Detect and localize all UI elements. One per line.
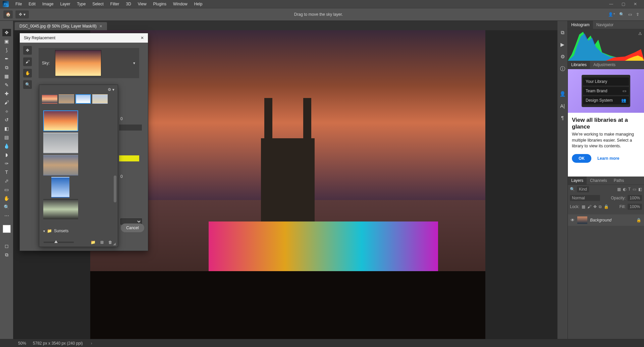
- menu-edit[interactable]: Edit: [26, 2, 38, 6]
- dialog-close-button[interactable]: ✕: [141, 36, 144, 40]
- dlg-tool-move[interactable]: ✥: [23, 46, 32, 55]
- blend-mode-select[interactable]: Normal: [570, 195, 600, 201]
- window-maximize-button[interactable]: ▢: [619, 2, 628, 6]
- libraries-learn-link[interactable]: Learn more: [597, 154, 619, 163]
- quickmask-button[interactable]: ◻: [2, 242, 11, 250]
- preset-thumb-recent[interactable]: [42, 94, 57, 104]
- dlg-tool-brush[interactable]: 🖌: [23, 57, 32, 66]
- tool-preset-picker[interactable]: ✥ ▾: [15, 10, 29, 18]
- workspace-icon[interactable]: ▭: [628, 12, 632, 17]
- lock-all-icon[interactable]: 🔒: [604, 204, 609, 209]
- document-tab-close[interactable]: ✕: [99, 24, 102, 29]
- tool-stamp[interactable]: ⟐: [2, 107, 11, 115]
- document-tab[interactable]: DSC_0045.jpg @ 50% (Sky, Layer Mask/8) ✕: [15, 22, 107, 30]
- menu-window[interactable]: Window: [170, 2, 190, 6]
- tool-type[interactable]: T: [2, 168, 11, 176]
- tool-move[interactable]: ✥: [2, 29, 11, 36]
- tool-dodge[interactable]: ◗: [2, 151, 11, 158]
- search-icon[interactable]: 🔍: [619, 12, 624, 17]
- tool-quickselect[interactable]: ✒: [2, 55, 11, 62]
- opacity-input[interactable]: 100%: [628, 195, 642, 201]
- layer-visibility-toggle[interactable]: 👁: [571, 218, 575, 222]
- histogram-warning-icon[interactable]: ⚠: [638, 31, 642, 36]
- filter-adj-icon[interactable]: ◐: [623, 187, 626, 192]
- tool-blur[interactable]: 💧: [2, 142, 11, 150]
- filter-shape-icon[interactable]: ▭: [633, 187, 636, 192]
- fill-input[interactable]: 100%: [628, 204, 642, 210]
- tool-zoom[interactable]: 🔍: [2, 203, 11, 211]
- dialog-cancel-button[interactable]: Cancel: [121, 224, 144, 232]
- menu-plugins[interactable]: Plugins: [151, 2, 169, 6]
- menu-help[interactable]: Help: [192, 2, 205, 6]
- flyout-resize-grip[interactable]: [113, 243, 116, 245]
- tool-history-brush[interactable]: ↺: [2, 116, 11, 123]
- lock-nest-icon[interactable]: ⧉: [599, 204, 602, 209]
- flyout-scrollbar[interactable]: [114, 108, 116, 225]
- flyout-new-icon[interactable]: ⊞: [100, 240, 104, 245]
- flyout-import-icon[interactable]: 📁: [91, 240, 96, 245]
- filter-type-icon[interactable]: T: [628, 187, 631, 192]
- preset-thumb-recent[interactable]: [75, 94, 91, 104]
- dialog-zoom-slider[interactable]: [44, 242, 74, 243]
- tab-adjustments[interactable]: Adjustments: [590, 61, 619, 69]
- tool-eyedropper[interactable]: ✎: [2, 81, 11, 89]
- tool-frame[interactable]: ▦: [2, 72, 11, 80]
- menu-layer[interactable]: Layer: [57, 2, 73, 6]
- lock-pos-icon[interactable]: ✥: [593, 204, 597, 209]
- flyout-gear-icon[interactable]: ⚙ ▾: [108, 87, 114, 92]
- menu-filter[interactable]: Filter: [108, 2, 122, 6]
- panel-icon-paragraph[interactable]: ¶: [561, 115, 564, 120]
- tool-gradient[interactable]: ▤: [2, 134, 11, 141]
- panel-icon-character[interactable]: 👤: [559, 91, 566, 97]
- status-chevron-icon[interactable]: ›: [91, 341, 92, 346]
- window-minimize-button[interactable]: —: [606, 2, 616, 6]
- filter-smart-icon[interactable]: ◧: [638, 187, 642, 192]
- preset-thumb[interactable]: [43, 155, 78, 176]
- preset-thumb[interactable]: [43, 133, 78, 153]
- tool-eraser[interactable]: ◧: [2, 125, 11, 132]
- panel-icon-sliders[interactable]: ⚙: [560, 54, 565, 60]
- tab-libraries[interactable]: Libraries: [568, 61, 590, 69]
- color-swatches[interactable]: [3, 225, 11, 233]
- preset-list[interactable]: [43, 109, 106, 225]
- zoom-level[interactable]: 50%: [18, 341, 26, 346]
- screenmode-button[interactable]: ⧉: [2, 251, 11, 258]
- tool-path[interactable]: ⬀: [2, 177, 11, 185]
- menu-select[interactable]: Select: [90, 2, 106, 6]
- panel-icon-properties[interactable]: ⧉: [561, 30, 565, 36]
- menu-3d[interactable]: 3D: [123, 2, 133, 6]
- share-icon[interactable]: ⇪: [636, 12, 639, 17]
- menu-image[interactable]: Image: [40, 2, 56, 6]
- tool-hand[interactable]: ✋: [2, 195, 11, 202]
- tab-paths[interactable]: Paths: [610, 177, 628, 185]
- tool-crop[interactable]: ⧉: [2, 64, 11, 71]
- dialog-titlebar[interactable]: Sky Replacement ✕: [20, 33, 148, 43]
- preset-thumb[interactable]: [51, 177, 69, 198]
- tool-heal[interactable]: ✚: [2, 90, 11, 97]
- flyout-delete-icon[interactable]: 🗑: [108, 240, 112, 245]
- tool-more[interactable]: ⋯: [2, 212, 11, 219]
- tab-channels[interactable]: Channels: [587, 177, 610, 185]
- panel-icon-info[interactable]: ⓘ: [560, 66, 565, 72]
- menu-type[interactable]: Type: [74, 2, 88, 6]
- layers-kind-select[interactable]: Kind: [577, 186, 589, 192]
- lock-trans-icon[interactable]: ▦: [582, 204, 585, 209]
- dlg-tool-hand[interactable]: ✋: [23, 69, 32, 78]
- preset-thumb-recent[interactable]: [59, 94, 74, 104]
- tab-layers[interactable]: Layers: [568, 177, 587, 185]
- home-button[interactable]: 🏠: [3, 10, 13, 18]
- panel-icon-glyphs[interactable]: A|: [560, 103, 565, 109]
- folder-disclosure-icon[interactable]: ▾: [43, 229, 45, 233]
- tool-shape[interactable]: ▭: [2, 186, 11, 193]
- preset-folder-sunsets[interactable]: ▾ 📁 Sunsets: [43, 227, 114, 235]
- tool-brush[interactable]: 🖌: [2, 99, 11, 106]
- sky-dropdown-arrow[interactable]: ▾: [133, 61, 135, 65]
- filter-image-icon[interactable]: ▦: [617, 187, 621, 192]
- tool-marquee[interactable]: ▣: [2, 38, 11, 45]
- slider-bar-color[interactable]: [119, 155, 139, 161]
- tool-pen[interactable]: ✑: [2, 160, 11, 167]
- preset-thumb[interactable]: [43, 110, 78, 131]
- layer-row-background[interactable]: 👁 Background 🔒: [568, 214, 644, 226]
- slider-bar-0[interactable]: [119, 125, 142, 131]
- tab-navigator[interactable]: Navigator: [593, 21, 617, 29]
